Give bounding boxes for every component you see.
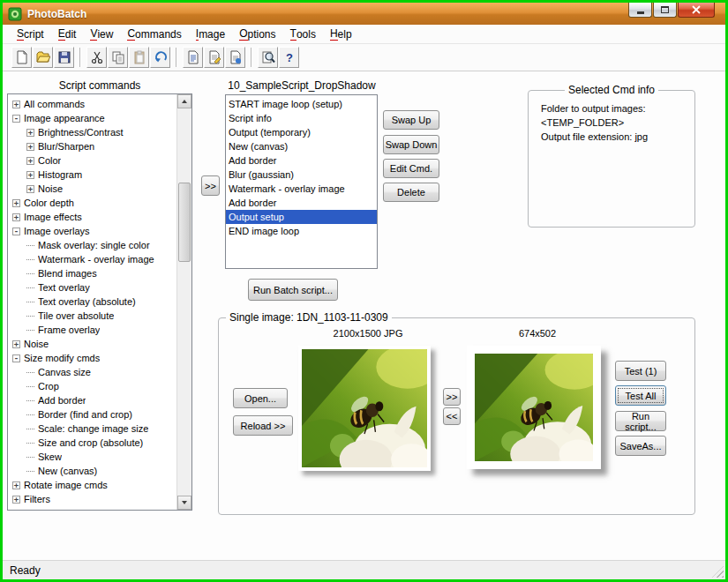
tree-item[interactable]: -Image overlays [8, 224, 176, 238]
tree-item[interactable]: +Rotate image cmds [8, 478, 176, 492]
expand-icon[interactable]: + [26, 143, 34, 151]
help-button[interactable]: ? [279, 47, 299, 68]
expand-icon[interactable]: + [12, 101, 20, 108]
collapse-icon[interactable]: - [12, 115, 20, 123]
menu-tools[interactable]: Tools [283, 25, 323, 43]
tree-item[interactable]: +Filters [8, 492, 176, 506]
menu-view[interactable]: View [83, 25, 120, 43]
tree-item[interactable]: +Noise [8, 182, 176, 196]
tree-item-label: Histogram [38, 169, 82, 180]
close-button[interactable] [678, 3, 715, 18]
tree-item[interactable]: -Size modify cmds [8, 351, 176, 365]
tree-item[interactable]: +Image effects [8, 210, 176, 224]
tree-item[interactable]: Text overlay [8, 280, 176, 295]
list-item-selected[interactable]: Output setup [226, 210, 377, 224]
list-item[interactable]: END image loop [226, 224, 377, 238]
tree-item[interactable]: Watermark - overlay image [8, 252, 176, 266]
list-item[interactable]: Blur (gaussian) [226, 168, 377, 182]
list-item[interactable]: New (canvas) [226, 139, 377, 153]
menu-options[interactable]: Options [232, 25, 282, 43]
tree-scrollbar[interactable] [176, 94, 191, 510]
list-item[interactable]: Output (temporary) [226, 125, 377, 139]
cut-button[interactable] [86, 47, 107, 68]
tree-item[interactable]: Border (find and crop) [8, 407, 176, 422]
tree-item[interactable]: Tile over absolute [8, 309, 176, 323]
paste-button[interactable] [129, 47, 149, 68]
open-button[interactable] [33, 47, 53, 68]
tree-item[interactable]: +All commands [8, 97, 176, 111]
save-as-button[interactable]: SaveAs... [615, 436, 666, 456]
expand-icon[interactable]: + [12, 481, 20, 489]
tree-item[interactable]: +Color depth [8, 196, 176, 210]
list-item[interactable]: Watermark - overlay image [226, 182, 377, 196]
swap-down-button[interactable]: Swap Down [383, 135, 439, 154]
tree-item[interactable]: Scale: change image size [8, 422, 176, 436]
tree-item[interactable]: New (canvas) [8, 464, 176, 478]
expand-icon[interactable]: + [26, 185, 34, 193]
tree-item[interactable]: Canvas size [8, 365, 176, 379]
collapse-icon[interactable]: - [12, 228, 20, 235]
add-command-button[interactable]: >> [201, 175, 220, 196]
undo-button[interactable] [150, 47, 170, 68]
tree-item[interactable]: Mask overlay: single color [8, 238, 176, 252]
leaf-dash-icon [26, 302, 34, 302]
tree-item[interactable]: Size and crop (absolute) [8, 436, 176, 450]
tree-item[interactable]: +Blur/Sharpen [8, 139, 176, 153]
menu-commands[interactable]: Commands [120, 25, 188, 43]
collapse-icon[interactable]: - [12, 354, 20, 362]
expand-icon[interactable]: + [12, 213, 20, 221]
reload-button[interactable]: Reload >> [233, 415, 293, 436]
list-item[interactable]: Script info [226, 111, 377, 125]
list-item[interactable]: START image loop (setup) [226, 97, 377, 111]
scroll-up-button[interactable] [177, 94, 191, 108]
tree-item[interactable]: +Noise [8, 337, 176, 351]
tree-item[interactable]: +Brightness/Contrast [8, 125, 176, 139]
preview-button[interactable] [258, 47, 278, 68]
test-one-button[interactable]: Test (1) [615, 361, 666, 381]
save-button[interactable] [54, 47, 74, 68]
expand-icon[interactable]: + [26, 171, 34, 179]
tree-item[interactable]: Text overlay (absolute) [8, 295, 176, 309]
expand-icon[interactable]: + [12, 496, 20, 504]
tree-item-label: Watermark - overlay image [38, 254, 154, 265]
tree-item[interactable]: +Color [8, 153, 176, 168]
list-item[interactable]: Add border [226, 153, 377, 168]
tree-item[interactable]: Crop [8, 379, 176, 393]
resize-grip[interactable] [712, 566, 724, 578]
run-batch-script-button[interactable]: Run Batch script... [248, 279, 338, 301]
delete-button[interactable]: Delete [383, 183, 439, 202]
copy-to-result-button[interactable]: >> [443, 388, 461, 406]
tree-item[interactable]: Frame overlay [8, 323, 176, 337]
expand-icon[interactable]: + [26, 157, 34, 165]
expand-icon[interactable]: + [12, 199, 20, 207]
scroll-thumb[interactable] [178, 183, 191, 262]
expand-icon[interactable]: + [12, 340, 20, 348]
menu-help[interactable]: Help [323, 25, 359, 43]
copy-button[interactable] [108, 47, 128, 68]
titlebar[interactable]: PhotoBatch [3, 3, 725, 25]
tree-item[interactable]: -Image appearance [8, 111, 176, 125]
menu-script[interactable]: Script [10, 25, 51, 43]
open-image-button[interactable]: Open... [233, 388, 288, 408]
swap-up-button[interactable]: Swap Up [383, 110, 439, 130]
tree-item[interactable]: Add border [8, 393, 176, 407]
script-view-button[interactable] [183, 47, 203, 68]
run-script-button[interactable]: Run script... [615, 411, 666, 431]
menu-edit[interactable]: Edit [51, 25, 84, 43]
expand-icon[interactable]: + [26, 129, 34, 137]
script-info-button[interactable] [225, 47, 245, 68]
maximize-button[interactable] [653, 3, 677, 18]
test-all-button[interactable]: Test All [615, 385, 666, 406]
script-edit-button[interactable] [204, 47, 224, 68]
menu-image[interactable]: Image [189, 25, 232, 43]
tree-item[interactable]: Blend images [8, 266, 176, 280]
list-item[interactable]: Add border [226, 196, 377, 210]
tree-item[interactable]: Skew [8, 450, 176, 464]
copy-to-source-button[interactable]: << [443, 407, 461, 425]
tree-item[interactable]: +Histogram [8, 168, 176, 182]
new-button[interactable] [11, 47, 32, 68]
minimize-button[interactable] [628, 3, 652, 18]
scroll-down-button[interactable] [177, 496, 191, 510]
save-floppy-icon [57, 50, 71, 64]
edit-cmd-button[interactable]: Edit Cmd. [383, 159, 439, 178]
